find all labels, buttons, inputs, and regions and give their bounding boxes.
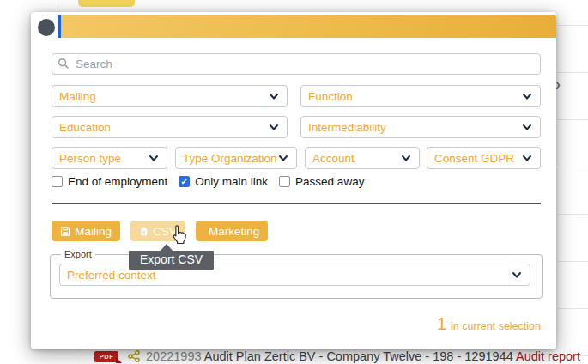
chevron-down-icon <box>521 121 533 133</box>
checkbox-label: Passed away <box>295 175 364 188</box>
dialog-handle-circle <box>38 19 55 36</box>
dialog-header-bar[interactable] <box>58 15 556 38</box>
export-legend: Export <box>61 249 95 259</box>
checkbox-only-main-link[interactable]: Only main link <box>179 175 268 188</box>
pdf-fold <box>116 357 122 363</box>
type-organization-select[interactable]: Type Organization <box>175 147 297 169</box>
person-type-select[interactable]: Person type <box>52 147 167 169</box>
account-select[interactable]: Account <box>305 147 420 169</box>
person-type-select-value: Person type <box>59 152 144 165</box>
chevron-down-icon <box>521 90 533 102</box>
export-fieldset: Export Preferred context <box>50 254 543 299</box>
share-icon <box>128 350 140 362</box>
chevron-down-icon <box>400 152 412 164</box>
document-id: 20221993 <box>146 349 202 363</box>
checkbox-box[interactable] <box>52 176 63 187</box>
mailing-select[interactable]: Mailing <box>52 85 288 107</box>
checkbox-row: End of employment Only main link Passed … <box>52 175 364 188</box>
document-title: Audit Plan Zertic BV - Company Twelve - … <box>204 349 513 363</box>
pdf-badge-label: PDF <box>94 351 118 362</box>
selection-count: 1 <box>437 314 446 334</box>
background-table-rowlines <box>558 0 588 364</box>
chevron-down-icon <box>511 269 523 281</box>
intermediability-select[interactable]: Intermediability <box>300 116 541 138</box>
pdf-icon: PDF <box>94 351 122 362</box>
background-row-divider <box>82 349 82 364</box>
chevron-down-icon <box>277 152 289 164</box>
document-row-text: 20221993 Audit Plan Zertic BV - Company … <box>146 349 580 363</box>
education-select[interactable]: Education <box>52 116 288 138</box>
background-document-row: PDF 20221993 Audit Plan Zertic BV - Comp… <box>94 349 588 364</box>
account-select-value: Account <box>312 152 397 165</box>
checkbox-box[interactable] <box>279 176 290 187</box>
button-label: Mailing <box>75 225 112 238</box>
chevron-down-icon <box>148 152 160 164</box>
export-marketing-button[interactable]: Marketing <box>196 221 268 241</box>
search-input[interactable] <box>52 53 541 75</box>
mouse-cursor-icon <box>168 223 191 249</box>
preferred-context-value: Preferred context <box>67 269 507 282</box>
button-label: Marketing <box>209 225 259 238</box>
checkbox-box[interactable] <box>179 176 190 187</box>
search-icon <box>58 58 70 70</box>
checkbox-label: Only main link <box>195 175 268 188</box>
chevron-down-icon <box>268 90 280 102</box>
screen: ❯ PDF 20221993 Audit Plan Zertic BV - Co… <box>0 0 588 364</box>
checkbox-label: End of employment <box>68 175 167 188</box>
function-select-value: Function <box>308 90 518 103</box>
export-mailing-button[interactable]: Mailing <box>52 221 120 241</box>
consent-gdpr-select[interactable]: Consent GDPR <box>427 147 541 169</box>
mailing-select-value: Mailing <box>59 90 264 103</box>
checkbox-passed-away[interactable]: Passed away <box>279 175 364 188</box>
chevron-down-icon <box>268 121 280 133</box>
selection-label: in current selection <box>451 320 541 332</box>
checkbox-end-of-employment[interactable]: End of employment <box>52 175 167 188</box>
consent-gdpr-select-value: Consent GDPR <box>434 152 518 165</box>
intermediability-select-value: Intermediability <box>308 121 518 134</box>
audit-report-link[interactable]: Audit report <box>516 349 580 363</box>
filter-export-dialog: Mailing Function Education Intermediabil… <box>31 12 556 349</box>
save-icon <box>60 226 70 237</box>
chevron-down-icon <box>521 152 533 164</box>
section-divider <box>52 203 541 204</box>
education-select-value: Education <box>59 121 264 134</box>
export-csv-tooltip: Export CSV <box>129 251 214 270</box>
type-organization-select-value: Type Organization <box>183 152 282 165</box>
selection-summary: 1 in current selection <box>437 314 541 334</box>
function-select[interactable]: Function <box>300 85 541 107</box>
background-column-divider <box>58 0 58 13</box>
search-field-wrap <box>52 53 541 75</box>
file-export-icon <box>139 226 149 237</box>
background-yellow-tab <box>78 0 135 7</box>
